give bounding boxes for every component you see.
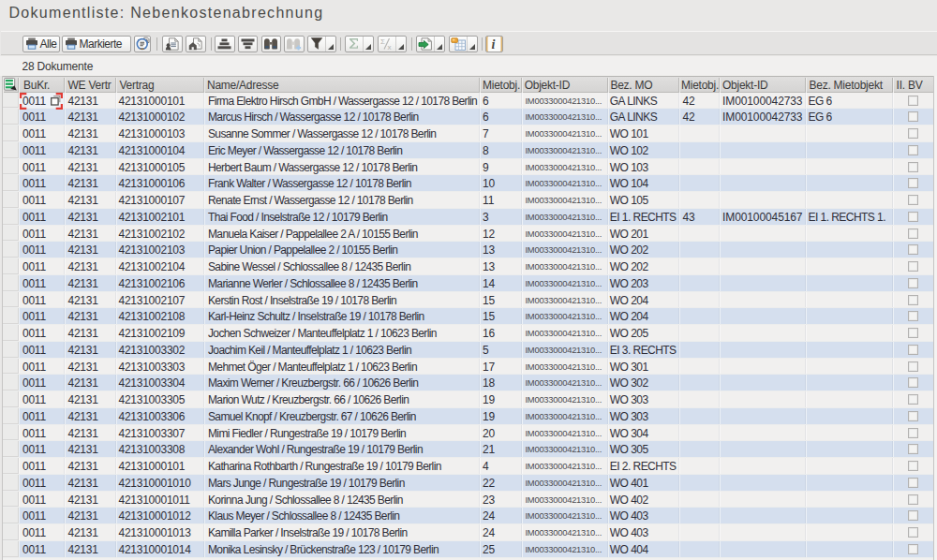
svg-text:Σ: Σ [380,37,385,46]
svg-text:x: x [388,43,392,51]
svg-text:i: i [491,37,495,51]
